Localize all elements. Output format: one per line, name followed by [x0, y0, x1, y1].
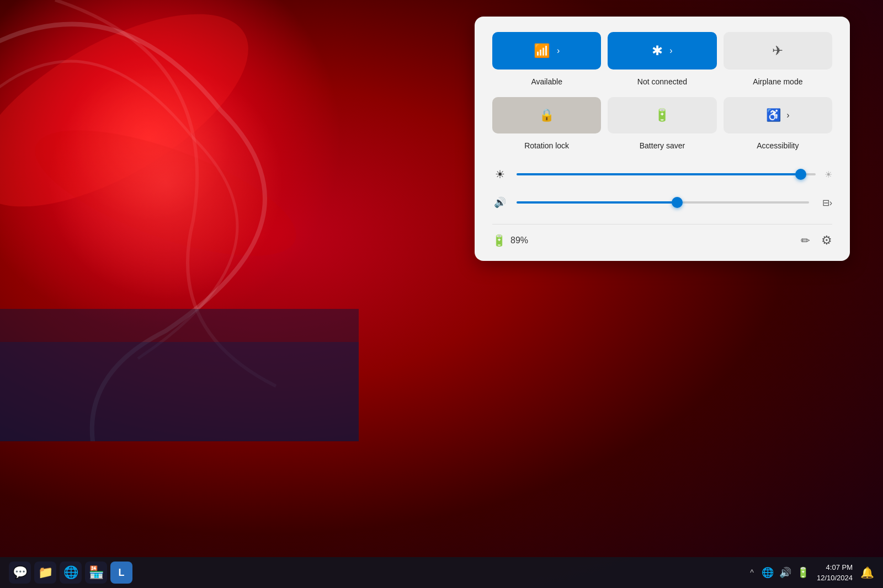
bottom-icons: ✏ ⚙	[801, 233, 832, 248]
taskbar-app-edge[interactable]: 🌐	[60, 562, 82, 584]
app-l-icon: L	[119, 567, 125, 579]
taskbar-apps: 💬 📁 🌐 🏪 L	[9, 562, 132, 584]
taskbar-app-teams[interactable]: 💬	[9, 562, 31, 584]
battery-icon: 🔋	[492, 234, 506, 247]
wifi-label: Available	[492, 74, 601, 86]
notification-bell-icon[interactable]: 🔔	[860, 566, 874, 579]
bluetooth-toggle-button[interactable]: ✱ ›	[608, 32, 716, 70]
taskbar-app-store[interactable]: 🏪	[85, 562, 107, 584]
volume-slider[interactable]	[517, 201, 809, 204]
battery-saver-button[interactable]: 🔋	[608, 97, 716, 133]
toggle-row-1: 📶 › ✱ › ✈	[492, 32, 832, 70]
wifi-chevron-icon: ›	[557, 46, 560, 56]
systray-battery-icon[interactable]: 🔋	[797, 566, 809, 579]
airplane-mode-button[interactable]: ✈	[724, 32, 832, 70]
accessibility-icon: ♿	[766, 108, 781, 122]
bottom-row: 🔋 89% ✏ ⚙	[492, 224, 832, 248]
accessibility-button[interactable]: ♿ ›	[724, 97, 832, 133]
brightness-max-icon: ☀	[825, 169, 832, 180]
taskbar-right: ^ 🌐 🔊 🔋 4:07 PM 12/10/2024 🔔	[750, 562, 874, 584]
svg-point-1	[21, 104, 311, 281]
battery-saver-icon: 🔋	[655, 108, 669, 122]
bluetooth-label: Not connected	[608, 74, 716, 86]
volume-thumb[interactable]	[672, 197, 683, 208]
file-explorer-icon: 📁	[38, 565, 53, 580]
taskbar: 💬 📁 🌐 🏪 L ^ 🌐 🔊 🔋 4:07 PM 12/10/2024 🔔	[0, 557, 883, 588]
brightness-slider[interactable]	[517, 173, 816, 175]
wifi-toggle-button[interactable]: 📶 ›	[492, 32, 601, 70]
teams-icon: 💬	[13, 565, 28, 580]
svg-rect-3	[0, 342, 359, 441]
volume-fill	[517, 201, 677, 204]
edit-icon[interactable]: ✏	[801, 234, 810, 247]
toggle-labels-2: Rotation lock Battery saver Accessibilit…	[492, 138, 832, 150]
store-icon: 🏪	[89, 565, 104, 580]
airplane-icon: ✈	[772, 43, 783, 58]
rotation-lock-label: Rotation lock	[492, 138, 601, 150]
bluetooth-chevron-icon: ›	[669, 46, 672, 56]
taskbar-app-l[interactable]: L	[110, 562, 132, 584]
wallpaper-swirl	[0, 0, 359, 441]
battery-info: 🔋 89%	[492, 234, 528, 247]
airplane-label: Airplane mode	[724, 74, 832, 86]
volume-icon: 🔊	[492, 196, 508, 209]
brightness-slider-row: ☀ ☀	[492, 168, 832, 181]
wifi-icon: 📶	[534, 43, 550, 58]
edge-icon: 🌐	[63, 565, 78, 580]
systray-globe-icon[interactable]: 🌐	[762, 566, 774, 579]
taskbar-app-file-explorer[interactable]: 📁	[34, 562, 56, 584]
settings-icon[interactable]: ⚙	[821, 233, 832, 248]
systray-expand-icon[interactable]: ^	[750, 568, 754, 577]
brightness-thumb[interactable]	[795, 169, 806, 180]
rotation-lock-button[interactable]: 🔒	[492, 97, 601, 133]
taskbar-clock[interactable]: 4:07 PM 12/10/2024	[817, 562, 853, 584]
toggle-labels-1: Available Not connected Airplane mode	[492, 74, 832, 86]
accessibility-label: Accessibility	[724, 138, 832, 150]
svg-point-0	[0, 0, 277, 245]
battery-percent: 89%	[510, 236, 528, 245]
systray-volume-icon[interactable]: 🔊	[779, 566, 791, 579]
toggle-row-2: 🔒 🔋 ♿ ›	[492, 97, 832, 133]
clock-time: 4:07 PM	[817, 562, 853, 573]
volume-settings-icon[interactable]: ⊟›	[822, 197, 832, 208]
battery-saver-label: Battery saver	[608, 138, 716, 150]
bluetooth-icon: ✱	[652, 43, 663, 58]
rotation-lock-icon: 🔒	[539, 108, 554, 122]
volume-slider-row: 🔊 ⊟›	[492, 196, 832, 209]
quick-settings-panel: 📶 › ✱ › ✈ Available Not connected Airpla…	[475, 17, 850, 261]
clock-date: 12/10/2024	[817, 573, 853, 584]
brightness-fill	[517, 173, 801, 175]
accessibility-chevron-icon: ›	[786, 110, 789, 120]
systray: 🌐 🔊 🔋	[762, 566, 809, 579]
brightness-icon: ☀	[492, 168, 508, 181]
